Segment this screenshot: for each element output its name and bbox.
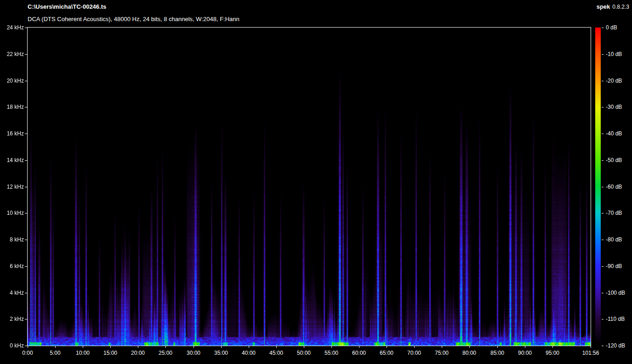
db-tick bbox=[602, 293, 604, 293]
time-tick-label: 5:00 bbox=[40, 350, 70, 356]
time-tick bbox=[414, 346, 415, 348]
db-tick bbox=[602, 187, 604, 187]
time-tick bbox=[276, 346, 277, 348]
db-tick bbox=[602, 240, 604, 240]
db-tick-label: -100 dB bbox=[606, 290, 625, 296]
time-tick bbox=[359, 346, 359, 348]
time-tick-label: 15:00 bbox=[96, 350, 125, 356]
db-tick bbox=[602, 266, 604, 267]
time-tick bbox=[331, 346, 332, 348]
time-tick-label: 45:00 bbox=[262, 350, 291, 356]
time-tick bbox=[28, 346, 28, 348]
time-tick-label: 70:00 bbox=[399, 350, 429, 356]
app-brand: spek0.8.2.3 bbox=[597, 3, 629, 10]
frequency-tick-label: 16 kHz bbox=[0, 131, 24, 136]
time-tick bbox=[525, 346, 525, 348]
time-tick bbox=[249, 346, 249, 348]
frequency-tick-label: 4 kHz bbox=[0, 290, 24, 296]
time-tick-label: 20:00 bbox=[123, 350, 153, 356]
frequency-tick-label: 14 kHz bbox=[0, 157, 24, 163]
db-tick bbox=[602, 319, 604, 319]
time-tick-label: 40:00 bbox=[234, 350, 263, 356]
frequency-tick bbox=[25, 81, 27, 81]
frequency-tick bbox=[25, 319, 27, 319]
time-tick bbox=[138, 346, 138, 348]
time-tick bbox=[591, 346, 591, 348]
time-tick-label: 65:00 bbox=[372, 350, 401, 356]
db-tick bbox=[602, 346, 604, 346]
time-tick-label: 30:00 bbox=[179, 350, 208, 356]
time-tick bbox=[387, 346, 387, 348]
frequency-tick bbox=[25, 160, 27, 161]
frequency-tick bbox=[25, 346, 27, 346]
frequency-tick-label: 20 kHz bbox=[0, 78, 24, 84]
frequency-tick-label: 22 kHz bbox=[0, 51, 24, 57]
time-tick bbox=[442, 346, 442, 348]
time-tick-label: 75:00 bbox=[427, 350, 456, 356]
db-tick bbox=[602, 134, 604, 134]
db-tick bbox=[602, 213, 604, 213]
db-tick-label: -60 dB bbox=[606, 184, 622, 190]
db-tick-label: -30 dB bbox=[606, 104, 622, 110]
frequency-tick bbox=[25, 266, 27, 267]
file-path: C:\Users\micha\TC-00246.ts bbox=[28, 3, 106, 10]
db-tick-label: -110 dB bbox=[606, 316, 625, 322]
db-color-scale bbox=[595, 28, 601, 346]
frequency-tick-label: 24 kHz bbox=[0, 25, 24, 30]
spek-window: C:\Users\micha\TC-00246.ts DCA (DTS Cohe… bbox=[0, 0, 632, 364]
frequency-tick bbox=[25, 54, 27, 55]
frequency-tick-label: 6 kHz bbox=[0, 263, 24, 269]
db-tick-label: -80 dB bbox=[606, 237, 622, 242]
db-tick bbox=[602, 54, 604, 55]
frequency-tick-label: 0 kHz bbox=[0, 343, 24, 348]
db-tick bbox=[602, 81, 604, 81]
time-tick-label: 0:00 bbox=[13, 350, 42, 356]
time-tick bbox=[110, 346, 111, 348]
time-tick bbox=[221, 346, 222, 348]
frequency-tick-label: 2 kHz bbox=[0, 316, 24, 322]
time-tick-label: 95:00 bbox=[538, 350, 567, 356]
time-tick-label: 35:00 bbox=[206, 350, 236, 356]
time-tick-label: 80:00 bbox=[455, 350, 484, 356]
frequency-tick bbox=[25, 134, 27, 134]
spectrogram-canvas[interactable] bbox=[28, 28, 591, 346]
db-tick-label: -70 dB bbox=[606, 210, 622, 216]
db-tick-label: -120 dB bbox=[606, 343, 625, 348]
frequency-tick-label: 12 kHz bbox=[0, 184, 24, 190]
time-tick-label: 50:00 bbox=[289, 350, 319, 356]
frequency-tick bbox=[25, 213, 27, 213]
frequency-tick bbox=[25, 187, 27, 187]
time-tick bbox=[304, 346, 304, 348]
db-tick-label: -10 dB bbox=[606, 51, 622, 57]
frequency-tick-label: 10 kHz bbox=[0, 210, 24, 216]
time-tick-label: 10:00 bbox=[68, 350, 97, 356]
frequency-tick-label: 8 kHz bbox=[0, 237, 24, 242]
app-name: spek bbox=[597, 3, 610, 10]
time-tick bbox=[83, 346, 83, 348]
time-tick-label: 25:00 bbox=[151, 350, 180, 356]
db-tick-label: -20 dB bbox=[606, 78, 622, 84]
db-tick-label: -40 dB bbox=[606, 131, 622, 136]
time-tick-label: 90:00 bbox=[510, 350, 540, 356]
time-tick-label: 101:56 bbox=[576, 350, 605, 356]
time-tick bbox=[55, 346, 56, 348]
frequency-tick bbox=[25, 107, 27, 107]
time-tick bbox=[497, 346, 498, 348]
stream-info: DCA (DTS Coherent Acoustics), 48000 Hz, … bbox=[28, 16, 239, 22]
time-tick-label: 55:00 bbox=[317, 350, 346, 356]
frequency-tick bbox=[25, 28, 27, 28]
app-version: 0.8.2.3 bbox=[612, 4, 629, 10]
frequency-tick bbox=[25, 293, 27, 293]
db-tick-label: -90 dB bbox=[606, 263, 622, 269]
db-tick bbox=[602, 160, 604, 161]
time-tick-label: 85:00 bbox=[483, 350, 512, 356]
db-tick bbox=[602, 107, 604, 107]
time-tick bbox=[469, 346, 470, 348]
time-tick bbox=[552, 346, 553, 348]
db-tick-label: -50 dB bbox=[606, 157, 622, 163]
time-tick bbox=[194, 346, 194, 348]
time-tick-label: 60:00 bbox=[344, 350, 374, 356]
db-tick bbox=[602, 28, 604, 28]
frequency-tick-label: 18 kHz bbox=[0, 104, 24, 110]
db-tick-label: 0 dB bbox=[606, 25, 617, 30]
